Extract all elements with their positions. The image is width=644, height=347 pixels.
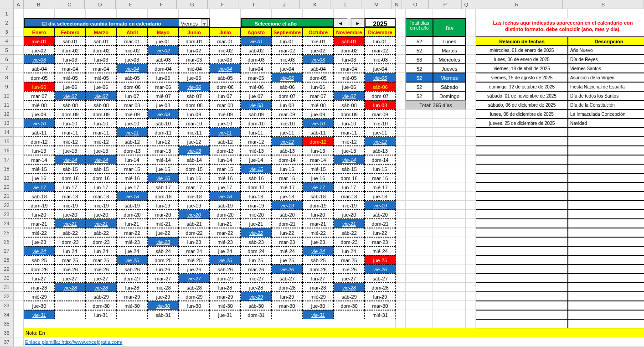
calendar-day[interactable]: mié-10 [365,119,396,128]
cell[interactable] [433,246,466,255]
calendar-day[interactable]: sáb-14 [179,155,210,164]
calendar-day[interactable]: vie-18 [117,192,148,201]
cell[interactable] [396,55,406,64]
calendar-day[interactable]: mié-11 [179,128,210,137]
cell[interactable] [396,319,406,328]
calendar-day[interactable]: sáb-23 [241,237,272,246]
calendar-day[interactable]: sáb-29 [86,292,117,301]
calendar-day[interactable]: mié-01 [24,36,55,46]
calendar-day[interactable]: sáb-04 [24,64,55,73]
calendar-day[interactable]: mar-07 [24,91,55,100]
rel-date[interactable]: domingo, 12 de octubre de 2025 [476,82,568,91]
calendar-day[interactable]: sáb-04 [303,64,334,73]
cell[interactable] [303,9,334,18]
calendar-day[interactable]: jue-27 [55,274,86,283]
row-header-1[interactable]: 1 [0,9,14,18]
calendar-day[interactable]: dom-01 [179,36,210,46]
cell[interactable] [466,82,476,91]
rel-date[interactable]: lunes, 08 de diciembre de 2025 [476,109,568,119]
calendar-day[interactable]: dom-02 [334,46,365,55]
calendar-day[interactable]: dom-09 [55,109,86,119]
calendar-day[interactable]: mié-12 [55,137,86,146]
cell[interactable] [466,119,476,128]
cell[interactable] [406,237,433,246]
cell[interactable] [14,283,24,292]
cell[interactable] [396,155,406,164]
calendar-day[interactable]: sáb-27 [365,274,396,283]
calendar-day[interactable]: dom-23 [334,237,365,246]
cell[interactable] [406,255,433,264]
calendar-day[interactable]: mié-03 [272,55,303,64]
calendar-day[interactable]: vie-20 [179,210,210,219]
rel-date[interactable] [476,237,568,246]
calendar-day[interactable]: dom-16 [86,173,117,182]
cell[interactable] [396,283,406,292]
calendar-day[interactable]: sáb-19 [210,201,241,210]
calendar-day[interactable]: sáb-08 [55,100,86,109]
calendar-day[interactable]: jue-20 [334,210,365,219]
calendar-day[interactable]: sáb-27 [272,274,303,283]
rel-desc[interactable] [568,264,644,274]
cell[interactable] [406,173,433,182]
cell[interactable] [466,64,476,73]
rel-date[interactable]: sábado, 01 de noviembre de 2025 [476,91,568,100]
cell[interactable] [14,328,24,337]
calendar-day[interactable] [55,310,86,319]
col-header-R[interactable]: R [471,0,562,9]
rel-date[interactable] [476,255,568,264]
calendar-day[interactable]: mié-09 [117,109,148,119]
cell[interactable] [14,246,24,255]
col-header-M[interactable]: M [361,0,392,9]
calendar-day[interactable]: jue-12 [179,137,210,146]
rel-desc[interactable]: Año Nuevo [568,46,644,55]
calendar-day[interactable]: sáb-20 [272,210,303,219]
rel-date[interactable]: lunes, 06 de enero de 2025 [476,55,568,64]
rel-desc[interactable] [568,319,644,328]
cell[interactable] [406,301,433,310]
cell[interactable] [433,155,466,164]
cell[interactable] [466,274,476,283]
col-header-A[interactable]: A [14,0,24,9]
calendar-day[interactable]: dom-27 [210,274,241,283]
calendar-day[interactable]: mar-26 [241,264,272,274]
calendar-day[interactable]: mar-22 [117,228,148,237]
calendar-day[interactable]: sáb-08 [334,100,365,109]
calendar-day[interactable]: mié-05 [334,73,365,82]
calendar-day[interactable]: lun-18 [241,192,272,201]
calendar-day[interactable]: mar-15 [210,164,241,173]
calendar-day[interactable]: mar-09 [272,109,303,119]
col-header-D[interactable]: D [85,0,115,9]
row-header-7[interactable]: 7 [0,64,14,73]
cell[interactable] [14,155,24,164]
cell[interactable] [466,210,476,219]
calendar-day[interactable]: vie-06 [179,82,210,91]
row-header-2[interactable]: 2 [0,18,14,27]
calendar-day[interactable]: sáb-25 [24,255,55,264]
calendar-day[interactable]: sáb-13 [272,146,303,155]
row-header-34[interactable]: 34 [0,310,14,319]
cell[interactable] [406,210,433,219]
calendar-day[interactable]: jue-15 [148,164,179,173]
calendar-day[interactable]: mar-21 [24,219,55,228]
calendar-day[interactable]: vie-26 [365,264,396,274]
calendar-day[interactable]: mar-10 [179,119,210,128]
cell[interactable] [433,164,466,173]
cell[interactable] [466,100,476,109]
calendar-day[interactable]: mar-04 [55,64,86,73]
calendar-day[interactable]: dom-13 [117,146,148,155]
calendar-day[interactable]: dom-12 [24,137,55,146]
calendar-day[interactable]: jue-05 [179,73,210,82]
calendar-day[interactable]: dom-22 [179,228,210,237]
calendar-day[interactable]: mar-16 [272,173,303,182]
rel-desc[interactable] [568,255,644,264]
calendar-day[interactable]: sáb-01 [86,36,117,46]
prev-year-button[interactable]: ◄ [334,18,347,27]
cell[interactable] [466,237,476,246]
cell[interactable] [433,319,466,328]
cell[interactable] [14,146,24,155]
calendar-day[interactable]: mié-04 [179,64,210,73]
cell[interactable] [14,18,24,27]
calendar-day[interactable]: mié-19 [334,201,365,210]
cell[interactable] [406,109,433,119]
rel-desc[interactable] [568,155,644,164]
